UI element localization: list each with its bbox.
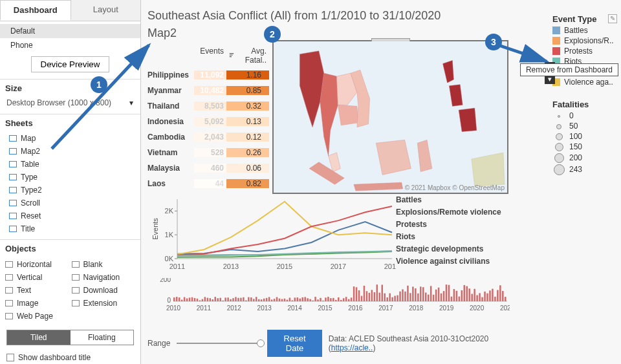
th-fatalities[interactable]: Avg. Fatal.. <box>226 44 269 67</box>
mini-bar-chart[interactable]: 2000201020112012201320142015201620172018… <box>150 278 510 312</box>
object-icon <box>5 287 13 294</box>
svg-text:200: 200 <box>160 278 171 283</box>
tab-layout[interactable]: Layout <box>71 0 141 21</box>
size-circle-icon <box>554 164 565 175</box>
sheet-item-type[interactable]: Type <box>0 171 140 184</box>
fat-legend-item[interactable]: 150 <box>552 142 617 152</box>
svg-rect-111 <box>412 286 414 301</box>
svg-rect-46 <box>245 300 247 301</box>
object-extension[interactable]: Extension <box>72 297 136 309</box>
cell-country: Cambodia <box>146 133 194 142</box>
sheet-item-type2[interactable]: Type2 <box>0 184 140 197</box>
object-text[interactable]: Text <box>5 284 69 296</box>
sheet-item-map[interactable]: Map <box>0 132 140 145</box>
map-area[interactable]: © 2021 Mapbox © OpenStreetMap <box>274 41 507 193</box>
fat-legend-item[interactable]: 243 <box>552 164 617 176</box>
tiled-button[interactable]: Tiled <box>7 330 71 345</box>
table-row[interactable]: Myanmar10,4820.85 <box>146 83 269 98</box>
sheet-item-scroll[interactable]: Scroll <box>0 197 140 209</box>
object-download[interactable]: Download <box>72 284 136 296</box>
map-floating-panel[interactable]: © 2021 Mapbox © OpenStreetMap <box>272 40 508 194</box>
edit-legend-icon[interactable]: ✎ <box>608 14 617 23</box>
event-legend-item[interactable]: Protests <box>552 46 617 56</box>
table-row[interactable]: Vietnam5280.26 <box>146 145 269 160</box>
cell-country: Thailand <box>146 102 194 111</box>
svg-rect-87 <box>351 297 353 301</box>
svg-rect-139 <box>484 292 486 301</box>
event-legend-item[interactable]: Battles <box>552 25 617 36</box>
size-dropdown[interactable]: Desktop Browser (1000 x 800) ▾ <box>5 97 135 109</box>
sheet-item-title[interactable]: Title <box>0 222 140 235</box>
svg-rect-29 <box>202 299 204 301</box>
line-label: Riots <box>396 231 501 243</box>
table-row[interactable]: Thailand8,5030.32 <box>146 98 269 114</box>
object-image[interactable]: Image <box>5 297 69 309</box>
svg-rect-85 <box>345 297 347 301</box>
device-preview-button[interactable]: Device Preview <box>31 56 110 72</box>
fat-legend-item[interactable]: 0 <box>552 111 617 121</box>
svg-rect-66 <box>297 297 299 301</box>
svg-rect-112 <box>415 288 417 301</box>
range-thumb[interactable] <box>257 339 265 347</box>
svg-text:2013: 2013 <box>223 262 239 270</box>
svg-rect-27 <box>197 299 199 301</box>
svg-rect-62 <box>287 300 289 301</box>
cell-fatalities: 1.16 <box>226 70 269 80</box>
svg-rect-79 <box>330 298 331 301</box>
svg-rect-86 <box>348 299 350 301</box>
object-blank[interactable]: Blank <box>72 259 136 270</box>
cell-country: Malaysia <box>146 164 194 173</box>
event-legend-item[interactable]: Violence aga.. <box>552 77 617 87</box>
event-legend-title: Event Type <box>552 14 617 25</box>
object-horizontal[interactable]: Horizontal <box>5 259 69 270</box>
table-row[interactable]: Philippines11,0921.16 <box>146 67 269 83</box>
svg-rect-24 <box>189 297 191 301</box>
show-title-row[interactable]: Show dashboard title <box>0 350 140 364</box>
svg-rect-131 <box>464 285 466 301</box>
floating-button[interactable]: Floating <box>71 330 134 345</box>
th-events[interactable]: Events <box>194 44 226 67</box>
object-web-page[interactable]: Web Page <box>5 310 69 322</box>
tab-dashboard[interactable]: Dashboard <box>0 0 71 21</box>
device-default[interactable]: Default <box>0 24 140 38</box>
range-slider[interactable] <box>177 343 261 344</box>
color-swatch <box>552 27 560 34</box>
object-icon <box>5 313 13 319</box>
svg-rect-52 <box>261 299 263 301</box>
table-row[interactable]: Malaysia4600.06 <box>146 160 269 176</box>
fat-legend-item[interactable]: 50 <box>552 121 617 131</box>
object-icon <box>72 287 80 294</box>
worksheet-icon <box>9 213 17 219</box>
object-icon <box>72 274 80 281</box>
svg-text:2015: 2015 <box>318 305 332 312</box>
data-source-link[interactable]: https://acle.. <box>331 343 373 352</box>
reset-date-button[interactable]: Reset Date <box>267 330 321 357</box>
fat-legend-item[interactable]: 200 <box>552 152 617 163</box>
object-navigation[interactable]: Navigation <box>72 272 136 283</box>
svg-text:2019: 2019 <box>384 262 396 270</box>
svg-rect-141 <box>489 290 491 301</box>
sheet-item-reset[interactable]: Reset <box>0 209 140 222</box>
fat-legend-item[interactable]: 100 <box>552 131 617 142</box>
table-row[interactable]: Cambodia2,0430.12 <box>146 129 269 145</box>
cell-country: Myanmar <box>146 86 194 95</box>
event-legend-item[interactable]: Explosions/R.. <box>552 36 617 46</box>
sheet-item-table[interactable]: Table <box>0 158 140 171</box>
line-label: Battles <box>396 194 501 206</box>
device-phone[interactable]: Phone <box>0 38 140 52</box>
table-row[interactable]: Indonesia5,0920.13 <box>146 114 269 129</box>
sheet-item-map2[interactable]: Map2 <box>0 145 140 158</box>
svg-rect-45 <box>243 297 245 301</box>
table-row[interactable]: Laos440.82 <box>146 176 269 191</box>
svg-rect-34 <box>215 297 217 301</box>
svg-rect-109 <box>407 286 409 301</box>
object-vertical[interactable]: Vertical <box>5 272 69 283</box>
svg-rect-105 <box>397 295 398 301</box>
svg-rect-59 <box>279 299 281 301</box>
svg-rect-113 <box>417 294 419 301</box>
cell-events: 5,092 <box>194 117 226 126</box>
svg-rect-21 <box>181 300 183 301</box>
svg-rect-51 <box>258 299 260 301</box>
size-value: Desktop Browser (1000 x 800) <box>6 98 129 107</box>
svg-rect-116 <box>425 293 427 301</box>
